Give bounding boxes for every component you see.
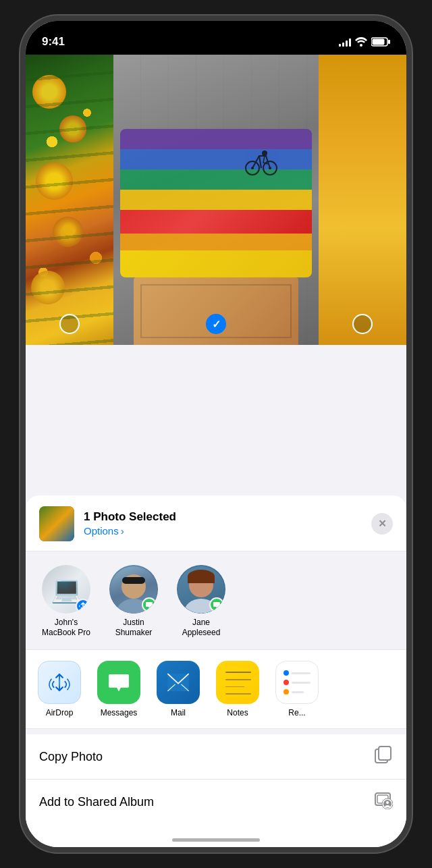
add-shared-album-row[interactable]: Add to Shared Album	[26, 780, 406, 824]
avatar-jane	[177, 565, 225, 614]
photo-left[interactable]	[26, 55, 113, 345]
app-mail[interactable]: Mail	[151, 661, 205, 717]
share-sheet: 1 Photo Selected Options › ✕ 💻	[26, 495, 406, 847]
status-time: 9:41	[42, 35, 65, 49]
share-title: 1 Photo Selected	[84, 510, 362, 524]
close-button[interactable]: ✕	[371, 513, 393, 535]
person-justin-name: Justin Shumaker	[107, 618, 161, 639]
home-indicator	[172, 838, 260, 842]
photo-strip: ✓	[26, 55, 406, 345]
app-messages[interactable]: Messages	[92, 661, 146, 717]
options-button[interactable]: Options ›	[84, 525, 362, 537]
person-macbook[interactable]: 💻 John's MacBook Pro	[39, 565, 93, 639]
shared-album-icon	[374, 790, 393, 813]
apps-row: AirDrop Messages	[32, 661, 400, 717]
screen-content: ✓ 1 Photo Selected Options ›	[26, 55, 406, 847]
copy-photo-label: Copy Photo	[39, 750, 103, 764]
airdrop-label: AirDrop	[46, 708, 74, 717]
notch	[162, 21, 270, 43]
messages-badge-jane	[209, 597, 224, 612]
mail-icon	[157, 661, 200, 704]
apps-row-container: AirDrop Messages	[26, 649, 406, 729]
app-notes[interactable]: Notes	[211, 661, 265, 717]
add-shared-album-label: Add to Shared Album	[39, 795, 154, 809]
photo-circle-right[interactable]	[352, 314, 373, 334]
home-indicator-container	[26, 824, 406, 847]
svg-rect-3	[373, 39, 385, 45]
notes-icon	[216, 661, 259, 704]
share-header: 1 Photo Selected Options › ✕	[26, 495, 406, 551]
photo-circle-left[interactable]	[59, 314, 80, 334]
action-rows: Copy Photo Add to Shared Album	[26, 734, 406, 824]
airdrop-badge	[76, 599, 90, 614]
person-jane[interactable]: Jane Appleseed	[174, 565, 228, 639]
mail-label: Mail	[171, 708, 186, 717]
svg-point-6	[251, 167, 254, 169]
avatar-macbook: 💻	[42, 565, 90, 614]
person-jane-name: Jane Appleseed	[174, 618, 228, 639]
person-justin[interactable]: Justin Shumaker	[107, 565, 161, 639]
share-title-area: 1 Photo Selected Options ›	[84, 510, 362, 537]
avatar-justin	[109, 565, 158, 614]
reminder-icon	[275, 661, 319, 704]
copy-icon	[374, 745, 393, 768]
svg-point-7	[269, 167, 271, 169]
svg-point-0	[360, 44, 362, 47]
people-row: 💻 John's MacBook Pro	[26, 551, 406, 649]
app-reminder[interactable]: Re...	[270, 661, 324, 717]
signal-icon	[339, 37, 351, 47]
person-macbook-name: John's MacBook Pro	[39, 618, 93, 639]
messages-badge-justin	[142, 597, 157, 612]
messages-icon	[97, 661, 140, 704]
messages-label: Messages	[101, 708, 138, 717]
phone-frame: 9:41	[20, 16, 412, 852]
app-airdrop[interactable]: AirDrop	[32, 661, 86, 717]
photo-right[interactable]	[319, 55, 406, 345]
wifi-icon	[355, 37, 367, 47]
svg-point-8	[262, 151, 267, 156]
svg-point-19	[386, 801, 389, 804]
photo-thumbnail	[39, 506, 74, 541]
reminder-label: Re...	[288, 708, 305, 717]
airdrop-icon	[38, 661, 81, 704]
battery-icon	[371, 37, 390, 47]
copy-photo-row[interactable]: Copy Photo	[26, 734, 406, 780]
svg-rect-2	[388, 40, 390, 44]
status-icons	[339, 37, 390, 47]
svg-rect-14	[379, 747, 391, 760]
notes-label: Notes	[227, 708, 248, 717]
photo-circle-center[interactable]: ✓	[206, 314, 226, 334]
photo-center[interactable]: ✓	[113, 55, 319, 345]
